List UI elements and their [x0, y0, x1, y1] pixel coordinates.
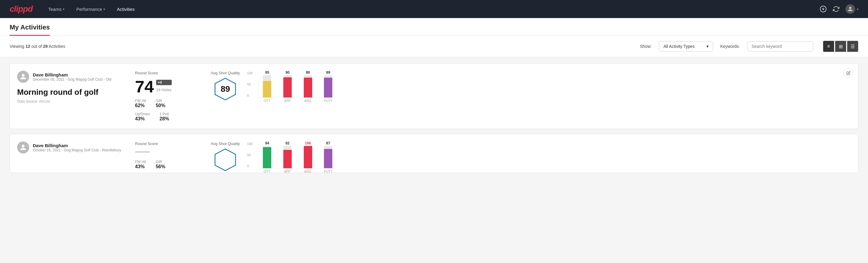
- brand-logo: clippd: [10, 4, 32, 14]
- bar-value-arg2: 106: [305, 141, 311, 145]
- grid-view-button[interactable]: ⊞: [835, 40, 846, 52]
- chevron-down-icon: ▾: [103, 7, 105, 11]
- activity-card: Dave Billingham December 05, 2021 - Gog …: [10, 63, 858, 129]
- svg-marker-4: [215, 149, 236, 171]
- card-stats: Round Score FW Hit 43% GIR 56%: [135, 141, 201, 169]
- gir-label: GIR: [156, 160, 165, 164]
- avg-shot-label: Avg Shot Quality: [211, 141, 240, 146]
- card-source: Data Source: Arccos: [17, 99, 125, 104]
- user-name: Dave Billingham: [33, 143, 121, 148]
- card-title: Morning round of golf: [17, 88, 125, 97]
- user-avatar-button[interactable]: ▾: [845, 4, 858, 14]
- chevron-down-icon: ▾: [707, 44, 709, 49]
- nav-performance[interactable]: Performance ▾: [75, 4, 106, 14]
- compact-view-button[interactable]: ☰: [847, 40, 858, 52]
- oneputt-value: 28%: [159, 116, 169, 122]
- navbar: clippd Teams ▾ Performance ▾ Activities: [0, 0, 868, 18]
- round-score-label: Round Score: [135, 71, 201, 75]
- shot-quality-section: Avg Shot Quality 89 100 50 0 85: [211, 71, 337, 104]
- oneputt-label: 1 Putt: [159, 112, 169, 116]
- filter-bar: Viewing 12 out of 29 Activities Show: Al…: [0, 36, 868, 57]
- bar-value-ott: 85: [265, 70, 269, 75]
- updown-value: 43%: [135, 116, 150, 122]
- holes: 18 Holes: [156, 88, 172, 92]
- gir-value: 50%: [156, 103, 165, 108]
- search-input[interactable]: [747, 41, 813, 52]
- list-view-button[interactable]: ≡: [823, 40, 834, 52]
- avg-shot-label: Avg Shot Quality: [211, 71, 240, 75]
- fw-hit-value: 62%: [135, 103, 146, 108]
- bar-value-app2: 82: [285, 141, 289, 145]
- add-icon[interactable]: [819, 5, 827, 12]
- bar-label-ott: OTT: [260, 99, 274, 103]
- navbar-right: ▾: [819, 4, 858, 14]
- activities-list: Dave Billingham December 05, 2021 - Gog …: [0, 57, 868, 179]
- chevron-down-icon: ▾: [63, 7, 64, 11]
- score-badge: +4: [156, 80, 172, 85]
- hexagon-score: [213, 148, 237, 172]
- edit-button[interactable]: [844, 68, 853, 78]
- updown-label: Up/Down: [135, 112, 150, 116]
- avatar: [845, 4, 855, 14]
- activity-type-dropdown[interactable]: All Activity Types ▾: [659, 41, 713, 52]
- bar-label-app: APP: [281, 99, 294, 103]
- view-buttons: ≡ ⊞ ☰: [823, 40, 858, 52]
- bar-value-arg: 89: [306, 70, 310, 75]
- show-label: Show:: [640, 44, 652, 49]
- viewing-text: Viewing 12 out of 29 Activities: [10, 44, 65, 49]
- keywords-label: Keywords:: [720, 44, 740, 49]
- card-info: Dave Billingham October 16, 2021 - Gog M…: [17, 141, 125, 156]
- bar-fill-ott: [263, 81, 271, 97]
- bar-fill-putt: [324, 78, 332, 97]
- bar-fill-app: [283, 77, 292, 97]
- bar-value-app: 90: [285, 70, 289, 75]
- hexagon-score: 89: [213, 77, 237, 101]
- bar-value-putt: 89: [326, 70, 330, 75]
- fw-hit-label: FW Hit: [135, 160, 146, 164]
- sub-header: My Activities: [0, 18, 868, 36]
- fw-hit-label: FW Hit: [135, 99, 146, 103]
- avatar: [17, 141, 29, 153]
- bar-label-arg: ARG: [301, 99, 314, 103]
- card-stats: Round Score 74 +4 18 Holes FW Hit 62% GI…: [135, 71, 201, 122]
- bar-fill-arg: [304, 78, 312, 97]
- avatar: [17, 71, 29, 83]
- card-date: December 05, 2021 - Gog Magog Golf Club …: [33, 77, 111, 82]
- gir-label: GIR: [156, 99, 165, 103]
- bar-value-ott2: 94: [265, 141, 269, 145]
- shot-quality-section: Avg Shot Quality 100 50 0 94: [211, 141, 337, 173]
- bar-label-putt: PUTT: [321, 99, 335, 103]
- user-name: Dave Billingham: [33, 72, 111, 77]
- chevron-down-icon: ▾: [857, 7, 858, 11]
- fw-hit-value: 43%: [135, 164, 146, 169]
- round-score-value: 74: [135, 78, 154, 95]
- round-score-label: Round Score: [135, 141, 201, 146]
- nav-activities[interactable]: Activities: [116, 4, 136, 14]
- nav-teams[interactable]: Teams ▾: [47, 4, 65, 14]
- refresh-icon[interactable]: [833, 6, 839, 12]
- gir-value: 56%: [156, 164, 165, 169]
- card-date: October 16, 2021 - Gog Magog Golf Club -…: [33, 148, 121, 152]
- activity-card: Dave Billingham October 16, 2021 - Gog M…: [10, 134, 858, 173]
- page-title: My Activities: [10, 18, 50, 36]
- card-info: Dave Billingham December 05, 2021 - Gog …: [17, 71, 125, 104]
- bar-value-putt2: 87: [326, 141, 330, 145]
